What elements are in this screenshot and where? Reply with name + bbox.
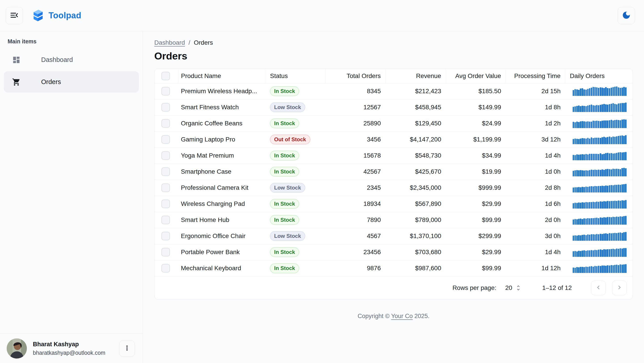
status-badge: Low Stock [270,231,305,241]
column-header-status[interactable]: Status [265,69,325,83]
column-header-daily-orders[interactable]: Daily Orders [565,69,632,83]
cell-status: Out of Stock [265,131,325,148]
status-badge: Out of Stock [270,135,310,145]
breadcrumb-dashboard-link[interactable]: Dashboard [154,39,185,46]
table-row[interactable]: Smart Home HubIn Stock7890$789,000$99.99… [154,212,632,228]
status-badge: In Stock [270,86,299,96]
orders-table-body: Premium Wireless Headp...In Stock8345$21… [154,83,632,276]
column-header-total-orders[interactable]: Total Orders [325,69,385,83]
table-header-row: Product Name Status Total Orders Revenue… [154,69,632,83]
sidebar-toggle-button[interactable] [6,7,23,24]
table-pagination: Rows per page: 20 1–12 of 12 [154,276,632,299]
row-checkbox[interactable] [162,87,170,95]
column-header-product[interactable]: Product Name [178,69,265,83]
avatar[interactable] [7,339,27,359]
row-checkbox[interactable] [162,103,170,111]
column-header-processing-time[interactable]: Processing Time [506,69,565,83]
row-checkbox[interactable] [162,248,170,256]
cell-product-name: Premium Wireless Headp... [178,83,265,99]
cell-daily-orders [565,164,632,180]
row-checkbox[interactable] [162,184,170,192]
moon-icon [622,10,631,20]
cell-processing-time: 1d 12h [506,260,565,276]
theme-toggle-button[interactable] [618,7,635,24]
cell-processing-time: 1d 2h [506,115,565,131]
status-badge: In Stock [270,215,299,225]
copyright-footer: Copyright © Your Co 2025. [154,313,633,320]
table-row[interactable]: Premium Wireless Headp...In Stock8345$21… [154,83,632,99]
cell-processing-time: 2d 8h [506,180,565,196]
cell-revenue: $567,890 [385,196,446,212]
table-row[interactable]: Yoga Mat PremiumIn Stock15678$548,730$34… [154,148,632,164]
cell-total-orders: 23456 [325,244,385,260]
cell-revenue: $1,370,100 [385,228,446,244]
cell-total-orders: 9876 [325,260,385,276]
rows-per-page-select[interactable]: 20 [505,284,512,292]
cell-processing-time: 2d 15h [506,83,565,99]
row-checkbox[interactable] [162,119,170,128]
daily-orders-sparkline [573,183,632,192]
daily-orders-sparkline [573,215,632,225]
cell-avg-order-value: $34.99 [446,148,506,164]
row-checkbox[interactable] [162,200,170,208]
cell-total-orders: 8345 [325,83,385,99]
menu-open-icon [10,10,19,21]
row-checkbox[interactable] [162,167,170,176]
column-header-avg-order-value[interactable]: Avg Order Value [446,69,506,83]
sidebar-item-label: Orders [41,78,61,86]
cart-icon [12,78,31,86]
cell-avg-order-value: $19.99 [446,164,506,180]
table-row[interactable]: Professional Camera KitLow Stock2345$2,3… [154,180,632,196]
cell-revenue: $703,680 [385,244,446,260]
daily-orders-sparkline [573,264,632,273]
cell-daily-orders [565,228,632,244]
row-checkbox[interactable] [162,135,170,144]
table-row[interactable]: Gaming Laptop ProOut of Stock3456$4,147,… [154,131,632,148]
table-row[interactable]: Wireless Charging PadIn Stock18934$567,8… [154,196,632,212]
table-row[interactable]: Portable Power BankIn Stock23456$703,680… [154,244,632,260]
table-row[interactable]: Mechanical KeyboardIn Stock9876$987,600$… [154,260,632,276]
table-row[interactable]: Organic Coffee BeansIn Stock25890$129,45… [154,115,632,131]
toolpad-logo [32,9,44,22]
row-checkbox[interactable] [162,264,170,273]
status-badge: In Stock [270,167,299,177]
next-page-button[interactable] [612,281,627,295]
sidebar-item-dashboard[interactable]: Dashboard [4,49,139,70]
daily-orders-sparkline [573,103,632,112]
row-checkbox[interactable] [162,151,170,160]
cell-revenue: $4,147,200 [385,131,446,148]
brand-title: Toolpad [48,11,81,20]
cell-product-name: Wireless Charging Pad [178,196,265,212]
row-checkbox[interactable] [162,216,170,224]
copyright-prefix: Copyright © [358,313,391,320]
unfold-more-icon[interactable] [515,285,522,291]
cell-total-orders: 42567 [325,164,385,180]
daily-orders-sparkline [573,231,632,241]
cell-product-name: Mechanical Keyboard [178,260,265,276]
row-checkbox[interactable] [162,232,170,240]
status-badge: In Stock [270,118,299,128]
cell-total-orders: 4567 [325,228,385,244]
select-all-checkbox[interactable] [162,72,170,80]
daily-orders-sparkline [573,135,632,144]
status-badge: Low Stock [270,183,305,193]
daily-orders-sparkline [573,119,632,128]
cell-processing-time: 1d 8h [506,99,565,115]
cell-status: In Stock [265,148,325,164]
column-header-revenue[interactable]: Revenue [385,69,446,83]
daily-orders-sparkline [573,199,632,209]
cell-avg-order-value: $99.99 [446,260,506,276]
sidebar-item-orders[interactable]: Orders [4,71,139,92]
table-row[interactable]: Smartphone CaseIn Stock42567$425,670$19.… [154,164,632,180]
status-badge: In Stock [270,151,299,161]
previous-page-button[interactable] [591,281,606,295]
user-section: Bharat Kashyap bharatkashyap@outlook.com [0,334,143,363]
user-menu-button[interactable] [119,340,135,357]
status-badge: Low Stock [270,102,305,112]
table-row[interactable]: Smart Fitness WatchLow Stock12567$458,94… [154,99,632,115]
table-row[interactable]: Ergonomic Office ChairLow Stock4567$1,37… [154,228,632,244]
cell-status: Low Stock [265,180,325,196]
cell-avg-order-value: $29.99 [446,244,506,260]
company-link[interactable]: Your Co [391,313,413,320]
daily-orders-sparkline [573,86,632,96]
